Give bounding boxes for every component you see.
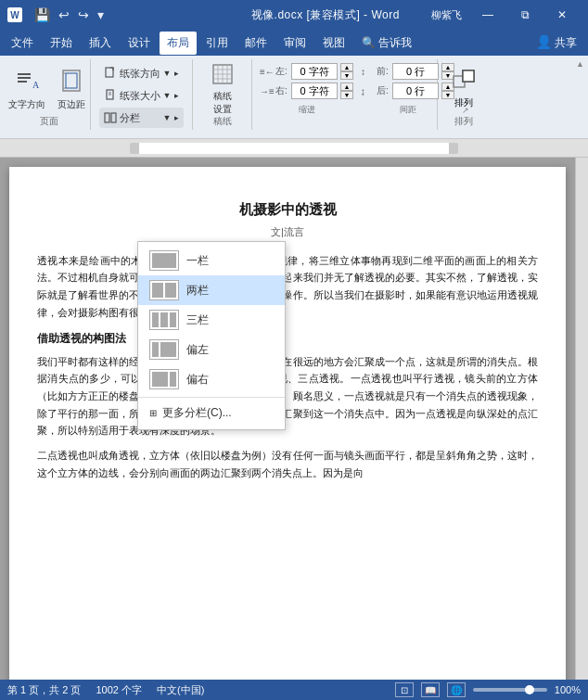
- indent-left-text: 左:: [275, 65, 288, 78]
- menu-view[interactable]: 视图: [315, 32, 352, 55]
- columns-left-item[interactable]: 偏左: [138, 335, 285, 364]
- spacing-after-input[interactable]: [392, 83, 439, 99]
- page-info: 第 1 页，共 2 页: [7, 683, 81, 697]
- orientation-button[interactable]: 纸张方向 ▼ ▸: [99, 63, 185, 83]
- margins-icon: [57, 66, 86, 95]
- columns-three-icon: [149, 310, 179, 330]
- ribbon: A 文字方向 页边距: [0, 56, 588, 139]
- menu-tell-me[interactable]: 🔍告诉我: [354, 32, 419, 55]
- quick-access-toolbar: 💾 ↩ ↪ ▾: [32, 6, 107, 24]
- indent-right-down[interactable]: ▼: [340, 91, 353, 99]
- menu-references[interactable]: 引用: [198, 32, 236, 55]
- document-title: 视像.docx [兼容模式] - Word: [220, 7, 432, 23]
- text-direction-label: 文字方向: [8, 98, 45, 111]
- draft-content: 稿纸设置: [202, 63, 243, 113]
- indent-left-down[interactable]: ▼: [340, 71, 353, 80]
- indent-group-label: 缩进: [260, 104, 353, 116]
- columns-button[interactable]: 分栏 ▼ ▸: [99, 108, 185, 128]
- indent-left-spinners: ▲ ▼: [340, 63, 353, 80]
- columns-one-item[interactable]: 一栏: [138, 246, 285, 275]
- arrange-icon: [451, 67, 477, 95]
- indent-right-text: 右:: [275, 84, 288, 97]
- title-bar: W 💾 ↩ ↪ ▾ 视像.docx [兼容模式] - Word 柳紫飞 — ⧉ …: [0, 0, 588, 30]
- more-columns-icon: ⊞: [149, 408, 157, 418]
- draft-icon: [208, 61, 237, 87]
- svg-rect-1: [18, 77, 31, 79]
- ruler-track: [130, 143, 458, 154]
- doc-para-3: 二点透视也叫成角透视，立方体（依旧以楼盘为例）没有任何一面与镜头画面平行，都是呈…: [37, 447, 538, 481]
- ribbon-group-page-content: A 文字方向 页边距: [6, 63, 92, 113]
- spacing-before-input[interactable]: [392, 63, 439, 80]
- col-right-bar1: [152, 372, 168, 387]
- indent-right-spinners: ▲ ▼: [340, 83, 353, 99]
- columns-expand: ▸: [174, 113, 179, 122]
- columns-two-label: 两栏: [186, 283, 209, 299]
- search-icon: 🔍: [362, 36, 376, 49]
- menu-mailings[interactable]: 邮件: [237, 32, 275, 55]
- read-view-button[interactable]: 📖: [421, 682, 440, 697]
- zoom-percent: 100%: [555, 684, 581, 695]
- doc-section-title: 借助透视的构图法: [37, 330, 538, 348]
- col-two-bar1: [152, 283, 163, 298]
- ribbon-group-arrange: 排列 排列: [438, 59, 490, 130]
- menu-file[interactable]: 文件: [4, 32, 41, 55]
- menu-home[interactable]: 开始: [43, 32, 80, 55]
- customize-qat-button[interactable]: ▾: [95, 6, 107, 24]
- orientation-expand: ▸: [174, 69, 179, 78]
- document-page: 机摄影中的透视 文|流言 透视本来是绘画中的术语，即根据人观察世界的视觉规律，将…: [9, 167, 566, 680]
- margins-button[interactable]: 页边距: [51, 63, 92, 113]
- restore-button[interactable]: ⧉: [506, 0, 543, 30]
- menu-insert[interactable]: 插入: [82, 32, 119, 55]
- undo-button[interactable]: ↩: [56, 6, 72, 24]
- col-two-bar2: [165, 283, 176, 298]
- columns-two-icon: [149, 280, 179, 300]
- menu-review[interactable]: 审阅: [276, 32, 313, 55]
- dropdown-separator: [138, 397, 285, 398]
- paper-buttons: 纸张方向 ▼ ▸ 纸张大小 ▼ ▸: [99, 63, 185, 128]
- more-columns-item[interactable]: ⊞ 更多分栏(C)...: [138, 401, 285, 426]
- doc-subtitle: 文|流言: [37, 224, 538, 241]
- paper-size-arrow: ▼: [163, 91, 172, 100]
- language: 中文(中国): [157, 683, 204, 697]
- text-direction-icon: A: [12, 66, 42, 95]
- arrange-label: 排列: [454, 96, 473, 109]
- columns-left-label: 偏左: [186, 342, 209, 358]
- menu-design[interactable]: 设计: [121, 32, 158, 55]
- indent-right-input[interactable]: [291, 83, 338, 99]
- indent-left-up[interactable]: ▲: [340, 63, 353, 71]
- orientation-arrow: ▼: [163, 69, 172, 78]
- print-view-button[interactable]: ⊡: [395, 682, 414, 697]
- draft-label: 稿纸设置: [213, 90, 232, 116]
- arrange-button[interactable]: 排列: [445, 63, 482, 113]
- columns-right-item[interactable]: 偏右: [138, 364, 285, 394]
- indent-right-up[interactable]: ▲: [340, 83, 353, 91]
- zoom-slider[interactable]: [473, 688, 547, 692]
- menu-bar: 文件 开始 插入 设计 布局 引用 邮件 审阅 视图 🔍告诉我 👤 共享: [0, 30, 588, 56]
- username: 柳紫飞: [431, 8, 462, 22]
- minimize-button[interactable]: —: [469, 0, 506, 30]
- svg-rect-23: [463, 70, 474, 82]
- spacing-before-text: 前:: [377, 65, 390, 78]
- columns-one-label: 一栏: [186, 253, 209, 269]
- menu-share[interactable]: 👤 共享: [529, 31, 584, 55]
- redo-button[interactable]: ↪: [75, 6, 92, 24]
- vertical-scrollbar[interactable]: [575, 158, 588, 680]
- menu-layout[interactable]: 布局: [160, 32, 197, 55]
- paper-size-icon: [104, 89, 117, 102]
- ribbon-collapse-button[interactable]: ▲: [576, 59, 584, 69]
- text-direction-button[interactable]: A 文字方向: [6, 63, 47, 113]
- draft-settings-button[interactable]: 稿纸设置: [202, 63, 243, 113]
- save-button[interactable]: 💾: [32, 6, 53, 24]
- indent-left-input[interactable]: [291, 63, 338, 80]
- doc-para-2: 我们平时都有这样的经验，看铁路的两条平行的铁轨，在很远的地方会汇聚成一个点，这就…: [37, 353, 538, 439]
- paper-size-button[interactable]: 纸张大小 ▼ ▸: [99, 85, 185, 106]
- ribbon-group-page: A 文字方向 页边距: [7, 59, 91, 130]
- web-view-button[interactable]: 🌐: [447, 682, 466, 697]
- close-button[interactable]: ✕: [543, 0, 581, 30]
- columns-three-label: 三栏: [186, 312, 209, 328]
- svg-rect-0: [18, 73, 31, 75]
- columns-right-label: 偏右: [186, 372, 209, 388]
- doc-area: 机摄影中的透视 文|流言 透视本来是绘画中的术语，即根据人观察世界的视觉规律，将…: [0, 158, 575, 680]
- columns-two-item[interactable]: 两栏: [138, 275, 285, 305]
- columns-three-item[interactable]: 三栏: [138, 305, 285, 335]
